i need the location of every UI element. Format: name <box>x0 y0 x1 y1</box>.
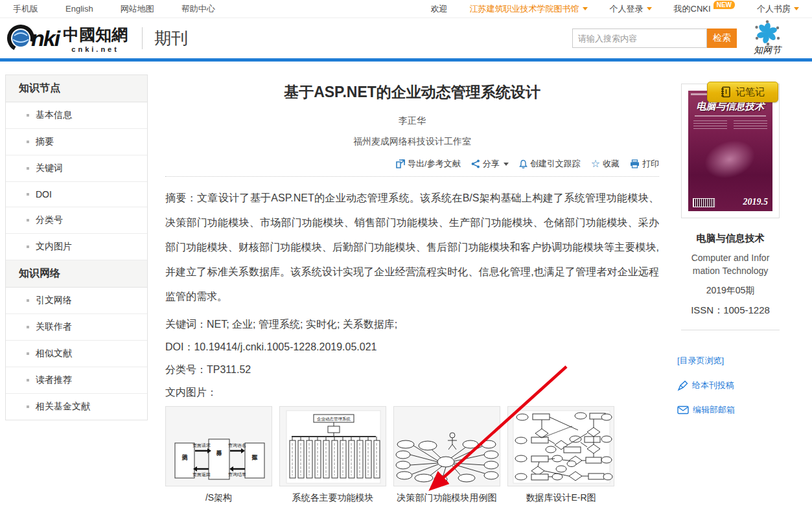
my-cnki-label: 我的CNKI <box>674 3 711 15</box>
link-sitemap[interactable]: 网站地图 <box>121 3 154 15</box>
sidebar-item-related-authors[interactable]: 关联作者 <box>6 314 147 341</box>
chevron-down-icon <box>794 7 799 10</box>
sidebar-item-label: 相似文献 <box>36 348 72 359</box>
figure-thumbnail[interactable]: 浏览器 服务器 数据库 页面请求 页面返回 查询语名 查询结果 <box>165 406 272 486</box>
sidebar-item-related-funds[interactable]: 相关基金文献 <box>6 394 147 420</box>
citation-track-button[interactable]: 创建引文跟踪 <box>519 158 581 170</box>
clc-value: TP311.52 <box>207 364 251 375</box>
sidebar-item-basic-info[interactable]: 基本信息 <box>6 102 147 129</box>
sidebar-item-similar-docs[interactable]: 相似文献 <box>6 341 147 367</box>
link-help-center[interactable]: 帮助中心 <box>181 3 215 15</box>
sidebar-section-knowledge-node: 知识节点 <box>6 75 147 102</box>
link-english[interactable]: English <box>65 4 93 14</box>
sidebar-item-label: 文内图片 <box>36 241 72 253</box>
favorite-label: 收藏 <box>603 158 620 170</box>
figure-thumbnail[interactable] <box>507 406 614 486</box>
sidebar-item-figures[interactable]: 文内图片 <box>6 234 147 260</box>
zhiwangjie-label: 知网节 <box>754 45 781 56</box>
sidebar-item-citation-network[interactable]: 引文网络 <box>6 288 147 314</box>
sidebar-item-label: 相关基金文献 <box>36 401 90 413</box>
journal-name-en: Computer and Infor mation Technology <box>673 251 787 277</box>
journal-name-cn[interactable]: 电脑与信息技术 <box>673 233 787 245</box>
favorite-button[interactable]: ☆ 收藏 <box>591 158 620 170</box>
journal-issue[interactable]: 2019年05期 <box>673 285 787 297</box>
personal-login-menu[interactable]: 个人登录 <box>610 3 652 15</box>
sidebar-item-label: 读者推荐 <box>36 374 72 386</box>
submit-label: 给本刊投稿 <box>692 380 734 391</box>
print-button[interactable]: 打印 <box>630 158 659 170</box>
pen-submit-icon <box>677 380 688 391</box>
journal-name-en-line2: mation Technology <box>673 264 787 277</box>
bullet-icon <box>27 167 29 170</box>
share-button[interactable]: 分享 <box>471 158 509 170</box>
search-box: 检索 <box>572 28 737 48</box>
notebook-icon <box>721 86 731 98</box>
article-author[interactable]: 李正华 <box>165 115 659 127</box>
personal-bookroom-menu[interactable]: 个人书房 <box>757 3 799 15</box>
search-button[interactable]: 检索 <box>707 28 737 48</box>
sidebar-item-label: 关键词 <box>36 163 63 174</box>
figure-caption: 决策部门功能模块用例图 <box>393 492 500 504</box>
keywords-label: 关键词： <box>165 319 207 330</box>
journal-name-en-line1: Computer and Infor <box>673 251 787 264</box>
chevron-down-icon <box>583 7 588 10</box>
fig1-arrow-label: 页面请求 <box>192 443 211 448</box>
take-notes-button[interactable]: 记笔记 <box>707 82 778 102</box>
journal-cover[interactable]: 电脑与信息技术 2019.5 <box>681 84 780 218</box>
figure-thumbnail[interactable] <box>393 406 500 486</box>
article-affiliation[interactable]: 福州麦成网络科技设计工作室 <box>165 136 659 148</box>
cnki-logo-cjk: 中國知網 cnki.net <box>63 24 128 53</box>
figure-caption: /S架构 <box>165 492 272 504</box>
export-reference-button[interactable]: 导出/参考文献 <box>396 158 461 170</box>
email-label: 编辑部邮箱 <box>693 404 735 416</box>
article-abstract: 摘要：文章设计了基于ASP.NET的企业动态管理系统。该系统在B/S架构基础上构… <box>165 186 659 309</box>
bullet-icon <box>27 326 29 328</box>
submit-to-journal-link[interactable]: 给本刊投稿 <box>677 380 787 391</box>
my-cnki-link[interactable]: 我的CNKI NEW <box>674 3 735 15</box>
figure-thumbnail[interactable]: 企业动态管理系统 <box>279 406 386 486</box>
bookroom-label: 个人书房 <box>757 3 791 15</box>
journal-issn: ISSN：1005-1228 <box>673 304 787 317</box>
top-utility-bar: 手机版 English 网站地图 帮助中心 欢迎 江苏建筑职业技术学院图书馆 个… <box>0 0 812 18</box>
bullet-icon <box>27 299 29 302</box>
content-area: 知识节点 基本信息 摘要 关键词 DOI 分类号 <box>0 62 812 524</box>
keywords-value[interactable]: NET; 企业; 管理系统; 实时化; 关系数据库; <box>207 319 397 330</box>
bullet-icon <box>27 245 29 248</box>
article-main: 基于ASP.NET的企业动态管理系统设计 李正华 福州麦成网络科技设计工作室 导… <box>165 74 659 524</box>
cnki-logo-domain: cnki.net <box>63 45 128 53</box>
toc-browse-link[interactable]: [目录页浏览] <box>677 355 787 367</box>
doi-value: 10.19414/j.cnki.1005-1228.2019.05.021 <box>194 341 377 352</box>
figure-caption: 数据库设计E-R图 <box>507 492 614 504</box>
sidebar-item-doi[interactable]: DOI <box>6 182 147 207</box>
export-label: 导出/参考文献 <box>408 158 461 170</box>
institution-menu[interactable]: 江苏建筑职业技术学院图书馆 <box>470 3 588 15</box>
cover-art-blob <box>699 134 760 185</box>
journal-cover-image: 电脑与信息技术 2019.5 <box>688 91 772 211</box>
sidebar-item-reader-recommend[interactable]: 读者推荐 <box>6 367 147 394</box>
article-action-bar: 导出/参考文献 分享 创建引文跟踪 ☆ 收藏 打印 <box>165 158 659 177</box>
search-input[interactable] <box>572 28 707 48</box>
link-mobile-version[interactable]: 手机版 <box>13 3 38 15</box>
chevron-down-icon <box>647 7 652 10</box>
sidebar-item-keywords[interactable]: 关键词 <box>6 155 147 182</box>
bullet-icon <box>27 405 29 408</box>
header-divider <box>142 27 143 49</box>
star-icon: ☆ <box>591 159 600 169</box>
fig1-arrow-label: 查询语名 <box>228 443 246 448</box>
sidebar-item-label: 引文网络 <box>36 295 72 306</box>
new-badge: NEW <box>713 1 735 9</box>
figure-bs-architecture: 浏览器 服务器 数据库 页面请求 页面返回 查询语名 查询结果 <box>165 406 272 504</box>
fig1-arrow-label: 查询结果 <box>228 472 246 477</box>
section-title-journal: 期刊 <box>154 27 188 50</box>
clc-line: 分类号：TP311.52 <box>165 363 659 377</box>
printer-icon <box>630 159 640 168</box>
fig1-arrow-label: 页面返回 <box>192 472 211 477</box>
figure-er-diagram: 数据库设计E-R图 <box>507 406 614 504</box>
abstract-label: 摘要： <box>165 192 197 203</box>
sidebar-item-abstract[interactable]: 摘要 <box>6 129 147 155</box>
figures-label: 文内图片： <box>165 387 217 398</box>
bullet-icon <box>27 379 29 382</box>
editor-email-link[interactable]: 编辑部邮箱 <box>677 404 787 416</box>
sidebar-item-clc[interactable]: 分类号 <box>6 207 147 234</box>
cnki-logo[interactable]: nki 中國知網 cnki.net <box>6 24 128 53</box>
